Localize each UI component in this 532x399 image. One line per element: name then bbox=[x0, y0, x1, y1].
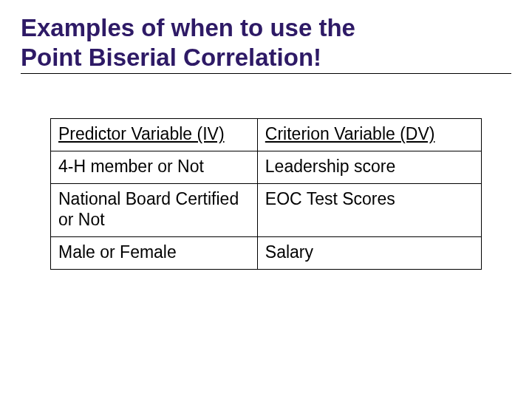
cell-criterion: EOC Test Scores bbox=[257, 183, 481, 237]
cell-predictor: National Board Certified or Not bbox=[51, 183, 258, 237]
cell-criterion: Salary bbox=[257, 237, 481, 270]
cell-criterion: Leadership score bbox=[257, 151, 481, 183]
cell-predictor: Male or Female bbox=[51, 237, 258, 270]
table-row: 4-H member or Not Leadership score bbox=[51, 151, 482, 183]
slide: Examples of when to use the Point Biseri… bbox=[0, 0, 532, 399]
table-row: Male or Female Salary bbox=[51, 237, 482, 270]
table-wrap: Predictor Variable (IV) Criterion Variab… bbox=[21, 118, 511, 270]
title-line-1: Examples of when to use the bbox=[21, 14, 355, 41]
table-header-row: Predictor Variable (IV) Criterion Variab… bbox=[51, 119, 482, 151]
table-row: National Board Certified or Not EOC Test… bbox=[51, 183, 482, 237]
header-criterion: Criterion Variable (DV) bbox=[257, 119, 481, 151]
slide-title: Examples of when to use the Point Biseri… bbox=[21, 13, 511, 72]
cell-predictor: 4-H member or Not bbox=[51, 151, 258, 183]
examples-table: Predictor Variable (IV) Criterion Variab… bbox=[50, 118, 482, 270]
header-predictor: Predictor Variable (IV) bbox=[51, 119, 258, 151]
title-line-2: Point Biserial Correlation! bbox=[21, 44, 321, 71]
title-block: Examples of when to use the Point Biseri… bbox=[21, 13, 511, 74]
